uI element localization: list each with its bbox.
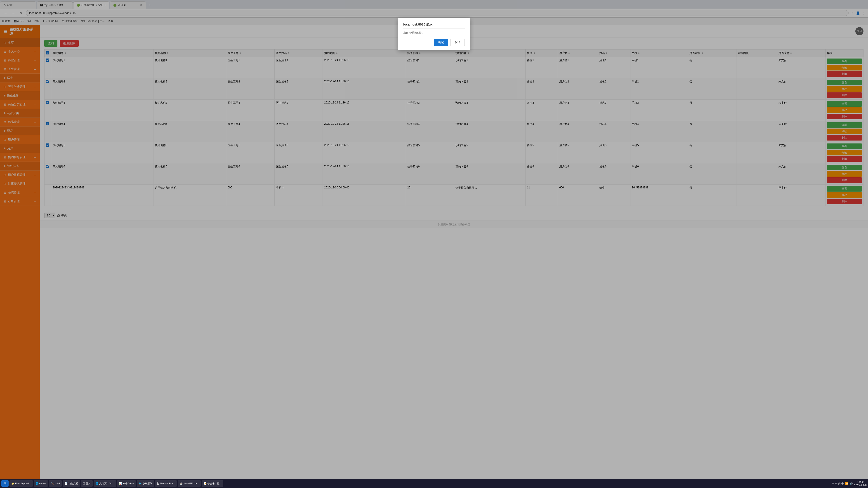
taskbar-build[interactable]: 🔨 build bbox=[49, 480, 61, 487]
taskbar-docs[interactable]: 📄 功能文档 bbox=[63, 480, 80, 487]
taskbar-office[interactable]: 📊 永中Office bbox=[117, 480, 136, 487]
taskbar-portal[interactable]: 🌐 入口页 - Go... bbox=[94, 480, 116, 487]
taskbar-bird[interactable]: 🐦 小鸟壁纸 bbox=[137, 480, 154, 487]
taskbar: ⊞ 📁 F:/Ac/jsp-zai... 🌐 center 🔨 build 📄 … bbox=[0, 479, 868, 488]
taskbar-center[interactable]: 🌐 center bbox=[34, 480, 48, 487]
taskbar-images[interactable]: 🖼 图片 bbox=[81, 480, 93, 487]
taskbar-file[interactable]: 📁 F:/Ac/jsp-zai... bbox=[9, 480, 33, 487]
tray-sound-icon[interactable]: 🔊 bbox=[850, 482, 853, 485]
taskbar-navicat[interactable]: 🗄 Navicat Pre... bbox=[155, 480, 177, 487]
confirm-dialog: localhost:8080 显示 真的要删除吗？ 确定 取消 bbox=[398, 18, 470, 51]
tray-icons: 中 中·简 中 bbox=[832, 482, 844, 485]
tray-network-icon[interactable]: 📶 bbox=[845, 482, 848, 485]
modal-overlay: localhost:8080 显示 真的要删除吗？ 确定 取消 bbox=[0, 0, 868, 488]
taskbar-tray: 中 中·简 中 📶 🔊 14:0012/24/2020 bbox=[832, 480, 867, 487]
taskbar-memo[interactable]: 📝 备忘录 - 记... bbox=[202, 480, 223, 487]
taskbar-clock[interactable]: 14:0012/24/2020 bbox=[854, 480, 867, 487]
modal-body: 真的要删除吗？ bbox=[403, 31, 465, 35]
start-button[interactable]: ⊞ bbox=[1, 480, 8, 487]
modal-title: localhost:8080 显示 bbox=[403, 23, 465, 29]
modal-actions: 确定 取消 bbox=[403, 39, 465, 46]
taskbar-java[interactable]: ☕ Java EE - ht... bbox=[178, 480, 201, 487]
modal-cancel-button[interactable]: 取消 bbox=[450, 39, 465, 46]
modal-confirm-button[interactable]: 确定 bbox=[434, 39, 448, 46]
